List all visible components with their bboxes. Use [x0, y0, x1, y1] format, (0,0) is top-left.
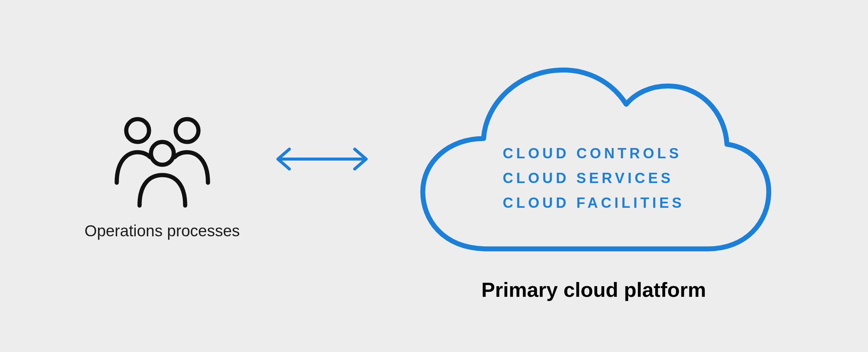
cloud-platform-label: Primary cloud platform: [481, 278, 706, 301]
svg-point-2: [151, 142, 174, 165]
bidirectional-arrow-icon: [273, 144, 371, 174]
cloud-items-list: CLOUD CONTROLS CLOUD SERVICES CLOUD FACI…: [503, 145, 684, 211]
operations-group: Operations processes: [75, 112, 250, 240]
cloud-platform-group: CLOUD CONTROLS CLOUD SERVICES CLOUD FACI…: [394, 51, 793, 301]
cloud-icon: CLOUD CONTROLS CLOUD SERVICES CLOUD FACI…: [411, 51, 776, 264]
cloud-item: CLOUD CONTROLS: [503, 145, 682, 162]
people-group-icon: [109, 112, 216, 211]
svg-point-1: [176, 119, 198, 142]
cloud-item: CLOUD FACILITIES: [503, 195, 684, 211]
operations-label: Operations processes: [84, 222, 240, 240]
cloud-item: CLOUD SERVICES: [503, 170, 673, 186]
diagram-canvas: Operations processes CLOUD CONTROLS CLOU…: [0, 0, 868, 352]
svg-point-0: [126, 119, 149, 142]
